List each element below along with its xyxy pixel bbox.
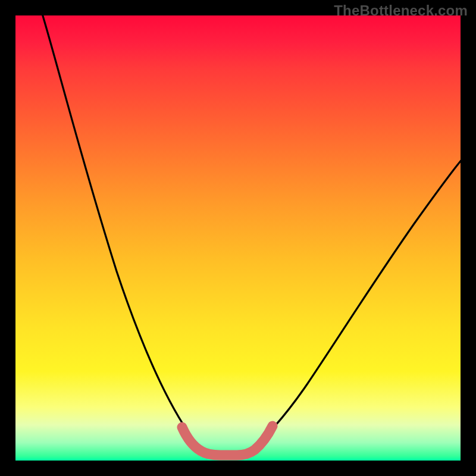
chart-plot-area bbox=[15, 15, 461, 461]
bottleneck-curve bbox=[42, 12, 463, 453]
chart-svg bbox=[15, 15, 461, 461]
tolerance-band bbox=[182, 426, 273, 455]
chart-frame: TheBottleneck.com bbox=[0, 0, 476, 476]
